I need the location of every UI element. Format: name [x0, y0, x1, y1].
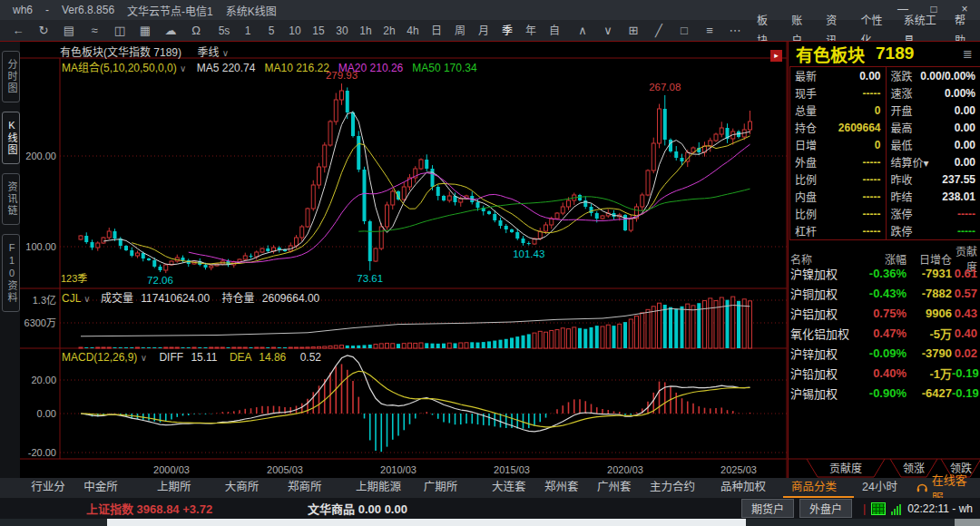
- pane-maximize-button[interactable]: ▸: [770, 50, 782, 62]
- quote-value: -----: [863, 173, 881, 186]
- bottom-tab-主力合约排名[interactable]: 主力合约排名: [642, 478, 712, 496]
- bottom-tab-大商所DCE[interactable]: 大商所DCE: [217, 478, 279, 496]
- table-row[interactable]: 沪铅加权0.40%-1万-0.19: [790, 363, 977, 383]
- macd-indicator-selector[interactable]: MACD(12,26,9): [62, 351, 137, 364]
- panel-tab-贡献度[interactable]: 贡献度: [829, 462, 862, 475]
- bottom-tab-商品分类指数[interactable]: 商品分类指数: [783, 478, 854, 498]
- quote-label: 内盘: [795, 189, 817, 204]
- line-chart-icon[interactable]: ≈: [82, 21, 107, 41]
- kline-chart[interactable]: 200.00100.001.3亿6300万20.000.00-20.002000…: [20, 42, 788, 479]
- table-row[interactable]: 沪锡加权-0.90%-6427-0.19: [790, 383, 977, 403]
- period-button-15[interactable]: 15: [307, 21, 330, 41]
- quote-row: 比例-----: [790, 205, 886, 222]
- period-button-周[interactable]: 周: [448, 21, 472, 41]
- add-pane-icon[interactable]: ⊞: [621, 21, 646, 41]
- table-row[interactable]: 沪镍加权-0.36%-79310.61: [790, 263, 977, 283]
- ma-group-selector[interactable]: MA组合(5,10,20,50,0,0): [62, 62, 177, 74]
- quote-label: 现手: [795, 85, 817, 101]
- quote-label: 跌停: [891, 223, 913, 239]
- status-bar: 上证指数 3968.84 +3.72 文华商品 0.00 0.00 期货户 外盘…: [0, 498, 980, 519]
- collapse-up-icon[interactable]: ∧: [570, 21, 595, 41]
- change-percent: 0.40%: [859, 366, 906, 380]
- bell-icon[interactable]: Ω: [183, 21, 209, 41]
- bottom-tab-郑商所CZCE[interactable]: 郑商所CZCE: [279, 478, 348, 496]
- bottom-tab-行业分类[interactable]: 行业分类: [23, 478, 75, 496]
- svg-text:123季: 123季: [61, 273, 87, 284]
- toolbar-tools: ∧∨⊞╱□≡⋯: [570, 21, 748, 41]
- quote-value: 237.55: [942, 173, 975, 186]
- svg-text:0.00: 0.00: [37, 408, 56, 419]
- period-button-2h[interactable]: 2h: [377, 21, 401, 41]
- chart-symbol-title: 有色板块(文华指数 7189): [60, 46, 181, 59]
- quote-value: -----: [957, 208, 975, 220]
- quote-board-icon[interactable]: ▤: [56, 21, 82, 41]
- quote-row: 持仓2609664: [790, 119, 886, 136]
- table-row[interactable]: 沪铜加权-0.43%-78820.57: [790, 283, 977, 303]
- quote-label: 杠杆: [795, 223, 817, 239]
- candlestick-icon[interactable]: ◫: [107, 21, 132, 41]
- open-interest-value: 2609664.00: [262, 292, 319, 305]
- bottom-tab-品种加权排名[interactable]: 品种加权排名: [712, 478, 783, 496]
- quote-row: 内盘-----: [790, 188, 886, 205]
- content: 分时图K线图资讯链F10资料 200.00100.001.3亿6300万20.0…: [0, 41, 980, 478]
- period-button-月[interactable]: 月: [472, 21, 495, 41]
- rectangle-tool-icon[interactable]: □: [671, 21, 697, 41]
- period-button-自[interactable]: 自: [543, 21, 566, 41]
- bottom-tab-郑州套利[interactable]: 郑州套利: [536, 478, 589, 496]
- back-icon[interactable]: ←: [5, 21, 31, 41]
- quote-row: 速涨0.00%: [887, 84, 980, 102]
- table-row[interactable]: 沪铝加权0.75%99060.43: [790, 303, 977, 323]
- app-window: wh6 - Ver6.8.856 文华云节点-电信1 系统K线图 — □ × ←…: [0, 0, 980, 526]
- svg-text:2000/03: 2000/03: [153, 464, 190, 475]
- bottom-tab-24小时资讯[interactable]: 24小时资讯: [854, 478, 916, 496]
- table-row[interactable]: 氧化铝加权0.47%-5万0.40: [790, 323, 977, 343]
- period-selector[interactable]: 季线: [197, 46, 219, 59]
- bottom-tab-大连套利[interactable]: 大连套利: [484, 478, 536, 496]
- oi-change: -5万: [906, 325, 952, 342]
- change-percent: -0.36%: [859, 267, 906, 280]
- period-button-10[interactable]: 10: [283, 21, 307, 41]
- grid-chart-icon[interactable]: ▦: [132, 21, 158, 41]
- expand-down-icon[interactable]: ∨: [595, 21, 621, 41]
- symbol-code: 7189: [876, 44, 914, 63]
- period-button-30[interactable]: 30: [330, 21, 354, 41]
- period-button-5[interactable]: 5: [260, 21, 283, 41]
- bottom-tab-上期所SHFE[interactable]: 上期所SHFE: [149, 478, 217, 496]
- period-button-1h[interactable]: 1h: [354, 21, 377, 41]
- sidebar-tab-F10资料[interactable]: F10资料: [2, 234, 20, 312]
- bottom-tab-上期能源INE[interactable]: 上期能源INE: [348, 478, 416, 496]
- cloud-download-icon[interactable]: ☁: [158, 21, 183, 41]
- sidebar-tab-K线图[interactable]: K线图: [2, 112, 20, 164]
- period-button-4h[interactable]: 4h: [401, 21, 425, 41]
- quote-value: -----: [863, 87, 881, 100]
- layout-icon[interactable]: ≡: [697, 21, 722, 41]
- quote-label: 最高: [891, 120, 913, 135]
- bottom-tab-中金所CFFEX[interactable]: 中金所CFFEX: [75, 478, 149, 496]
- trendline-tool-icon[interactable]: ╱: [646, 21, 671, 41]
- ma-header: MA组合(5,10,20,50,0,0) ∨ MA5 220.74MA10 21…: [62, 59, 486, 74]
- quote-value: 0.00%: [945, 87, 975, 100]
- period-buttons: 5s151015301h2h4h日周月季年自: [212, 21, 566, 41]
- list-icon[interactable]: ≣: [963, 47, 973, 61]
- futures-account-button[interactable]: 期货户: [741, 499, 794, 518]
- overseas-account-button[interactable]: 外盘户: [799, 499, 852, 518]
- sidebar-tab-分时图[interactable]: 分时图: [2, 51, 20, 102]
- quote-value: -----: [957, 225, 975, 238]
- bottom-tab-广期所GFEX[interactable]: 广期所GFEX: [416, 478, 484, 496]
- oi-change: -7882: [906, 287, 952, 300]
- period-button-5s[interactable]: 5s: [212, 21, 236, 41]
- period-button-年[interactable]: 年: [519, 21, 543, 41]
- sidebar-tab-资讯链[interactable]: 资讯链: [2, 173, 20, 225]
- svg-text:2005/03: 2005/03: [267, 464, 303, 475]
- contribution: -0.19: [952, 366, 979, 380]
- volume-indicator-selector[interactable]: CJL: [62, 292, 81, 305]
- market-grid-icon[interactable]: [871, 502, 886, 515]
- more-icon[interactable]: ⋯: [722, 21, 748, 41]
- period-button-季[interactable]: 季: [495, 21, 519, 41]
- period-button-日[interactable]: 日: [425, 21, 448, 41]
- bottom-tab-广州套利[interactable]: 广州套利: [589, 478, 642, 496]
- period-button-1[interactable]: 1: [236, 21, 260, 41]
- quote-label: 外盘: [795, 154, 817, 170]
- table-row[interactable]: 沪锌加权-0.09%-37900.02: [790, 343, 977, 363]
- refresh-icon[interactable]: ↻: [31, 21, 56, 41]
